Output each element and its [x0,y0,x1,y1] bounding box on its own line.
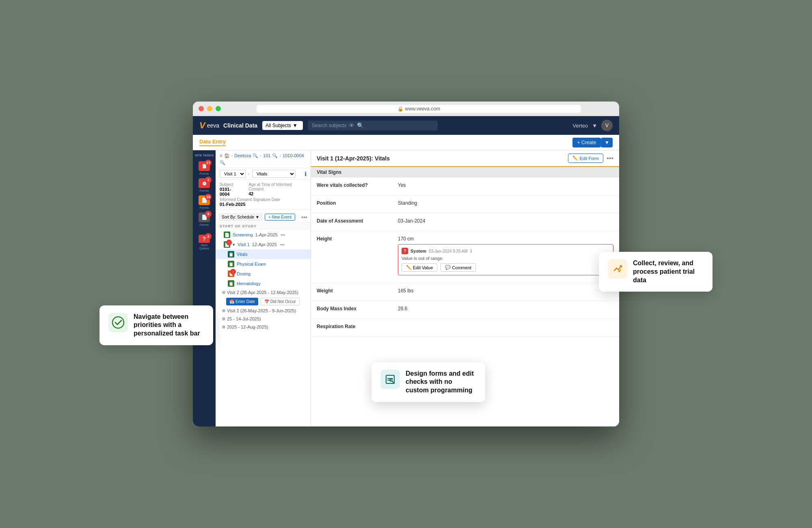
tooltip-design: Design forms and edit checks with no cus… [371,362,485,402]
create-dropdown-button[interactable]: ▼ [601,138,613,147]
visit1-icon: 📄 ! [224,241,230,248]
sidebar: SITE TASKS 📋 27 Forms ⏰ 1 [193,150,216,426]
minimize-button[interactable] [207,106,212,111]
home-link[interactable]: 🏠 [224,153,230,158]
avatar[interactable]: V [601,120,613,131]
form-row-vitals: Were vitals collected? Yes [311,177,619,195]
subject-filter-label: All Subjects [266,123,291,128]
search-icon[interactable]: 🔍 [357,122,364,129]
query-header: ? System 03-Jan-2024 9:35 AM ℹ [402,248,610,254]
subject-info: Subject 0101-0004 Age at Time of Informe… [216,180,311,210]
height-label: Height [311,231,392,247]
list-item-hematology[interactable]: 📋 Hematology [216,279,311,288]
lock-icon: 🔒 [397,106,404,112]
info-icon[interactable]: ℹ [470,248,472,254]
did-not-occur-button[interactable]: 📅 Did Not Occur [261,298,300,305]
code-search-icon[interactable]: 🔍 [220,160,225,165]
svg-point-1 [618,270,620,272]
visit2-group[interactable]: Visit 2 (28-Apr-2025 - 12-May-2025) [216,288,311,296]
search-bar[interactable]: Search subjects 👁 🔍 [308,121,438,130]
calendar-icon: 📅 [229,299,234,304]
visit5-group[interactable]: 2025 - 12-Aug-2025) [216,323,311,331]
study-search-icon[interactable]: 🔍 [253,153,258,158]
create-button[interactable]: + Create [572,138,601,147]
sub-nav: Data Entry + Create ▼ [193,135,619,150]
forms2-badge: 1 [205,177,212,183]
id-link[interactable]: 101 [263,153,270,158]
forms2-icon: ⏰ 1 [199,178,210,188]
height-value: 170 cm ? System 03-Jan-2024 9:35 AM ℹ Va… [392,231,619,283]
query-badge: ? [402,248,408,254]
weight-value: 165 lbs [392,283,619,299]
hematology-label: Hematology [237,281,261,286]
position-value: Standing [392,195,619,211]
new-event-button[interactable]: + New Event [265,214,295,221]
bmi-label: Body Mass Index [311,301,392,316]
help-icon[interactable]: ℹ [304,171,307,177]
visit3-group[interactable]: Visit 2 (26-May-2025 - 9-Jun-2025) [216,307,311,315]
code-link[interactable]: 1010-0004 [283,153,304,158]
study-link[interactable]: Deetoza [234,153,251,158]
visit3-label: Visit 2 (26-May-2025 - 9-Jun-2025) [227,308,296,313]
sidebar-item-forms2[interactable]: ⏰ 1 Forms [196,178,212,193]
comment-button[interactable]: 💬 Comment [441,263,476,272]
visit4-group[interactable]: 25 - 14-Jul-2025) [216,315,311,323]
form-row-resp: Respiration Rate [311,319,619,337]
form-section-header: Vital Signs [311,167,619,177]
sidebar-item-queries[interactable]: ? 2 OpenQueries [196,235,212,250]
resp-label: Respiration Rate [311,319,392,334]
list-item-screening[interactable]: 📄 Screening 1-Apr-2025 ••• [216,230,311,240]
query-actions: ✏️ Edit Value 💬 Comment [402,263,610,272]
visit2-actions: 📅 Enter Date 📅 Did Not Occur [216,296,311,307]
resp-value [392,319,619,329]
subject-filter-select[interactable]: All Subjects ▼ [262,121,303,130]
form-title: Visit 1 (12-Apr-2025): Vitals [317,155,390,162]
vitals-collected-label: Were vitals collected? [311,177,392,193]
close-button[interactable] [199,106,204,111]
queries-icon: ? 2 [199,235,210,243]
form-row-position: Position Standing [311,195,619,213]
list-item-physical-exam[interactable]: 📋 Physical Exam [216,259,311,269]
data-entry-tab[interactable]: Data Entry [199,138,226,146]
form-more-icon[interactable]: ••• [607,155,613,162]
maximize-button[interactable] [216,106,221,111]
top-nav: V eeva Clinical Data All Subjects ▼ Sear… [193,116,619,135]
form-dropdown[interactable]: Vitals Physical Exam [252,170,296,178]
edit-form-button[interactable]: ✏️ Edit Form [568,154,604,163]
form-row-bmi: Body Mass Index 28.6 [311,301,619,319]
visit-dropdown[interactable]: Visit 1 Visit 2 [220,170,246,178]
forms2-label: Forms [200,189,209,193]
tooltip-collect: Collect, review, and process patient tri… [599,252,713,292]
edit-value-button[interactable]: ✏️ Edit Value [402,263,437,272]
url-bar[interactable]: 🔒 www.veeva.com [257,105,581,113]
visit1-more[interactable]: ••• [280,242,285,247]
list-item-visit1[interactable]: 📄 ! ▾ Visit 1 12-Apr-2025 ••• [216,240,311,249]
sidebar-item-forms1[interactable]: 📋 27 Forms [196,161,212,176]
query-box: ? System 03-Jan-2024 9:35 AM ℹ Value is … [398,244,613,275]
date-label: Date of Assessment [311,213,392,229]
list-item-dosing[interactable]: 📋 ! Dosing [216,269,311,279]
breadcrumb: » 🏠 › Deetoza 🔍 › 101 🔍 › 1010-0004 🔍 [216,150,311,168]
forms3-label: Forms [200,206,209,210]
screening-more[interactable]: ••• [281,233,285,237]
age-label: Age at Time of Informed Consent [248,182,307,191]
user-name: Verteo [573,123,588,129]
sidebar-item-forms4[interactable]: 📄 9 Forms [196,212,212,227]
physical-exam-icon: 📋 [228,261,234,267]
dosing-label: Dosing [237,271,251,276]
visit1-badge: ! [226,240,232,245]
url-text: www.veeva.com [405,106,440,112]
veeva-logo: V eeva Clinical Data [199,120,257,131]
enter-date-button[interactable]: 📅 Enter Date [226,298,258,305]
more-options-icon[interactable]: ••• [301,214,307,221]
logo-eeva: eeva [207,122,219,129]
visit5-dot [222,325,225,329]
id-search-icon[interactable]: 🔍 [272,153,278,158]
sidebar-item-forms3[interactable]: 📄 15 Forms [196,195,212,210]
collapse-icon[interactable]: » [220,153,222,158]
queries-badge: 2 [205,233,212,240]
sort-button[interactable]: Sort By: Schedule ▼ [219,214,262,221]
screening-label: Screening [233,232,253,237]
list-item-vitals[interactable]: 📋 Vitals [216,249,311,259]
visit-select-bar: Visit 1 Visit 2 › Vitals Physical Exam ℹ [216,168,311,180]
